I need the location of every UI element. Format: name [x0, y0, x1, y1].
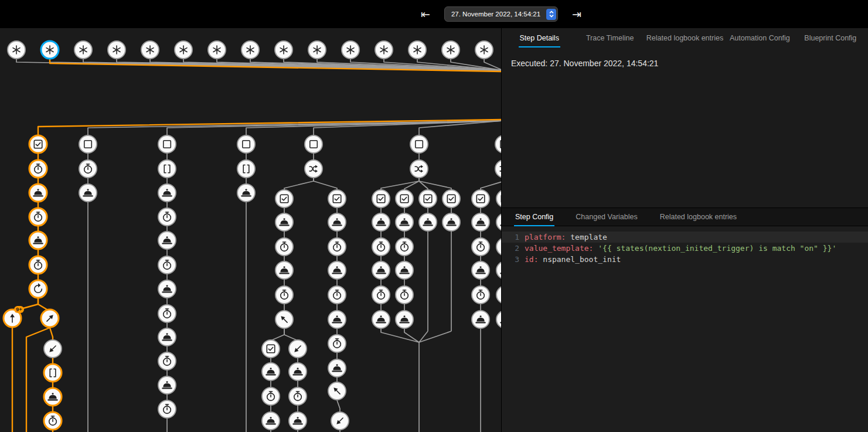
trace-node-bell[interactable]	[472, 261, 489, 279]
trace-node-trigger[interactable]	[375, 41, 393, 59]
trace-node-bell[interactable]	[29, 184, 47, 202]
trace-node-trigger[interactable]	[241, 41, 259, 59]
trace-node-bell[interactable]	[79, 184, 97, 202]
trace-node-arrow-sw[interactable]	[331, 412, 349, 430]
previous-trace-button[interactable]: ⇤	[421, 9, 430, 20]
trace-selector-dropdown[interactable]: 27. November 2022, 14:54:21	[444, 6, 558, 22]
trace-node-square[interactable]	[410, 135, 428, 153]
trace-node-arrow-ne[interactable]	[41, 309, 59, 327]
trace-node-condition[interactable]	[372, 190, 390, 208]
trace-node-condition[interactable]	[29, 135, 47, 153]
trace-node-trigger[interactable]	[475, 41, 493, 59]
trace-node-condition[interactable]	[328, 190, 346, 208]
trace-node-bell[interactable]	[158, 232, 176, 249]
code-line[interactable]: 1platform: template	[502, 232, 868, 243]
tab-config-related-logbook-entries[interactable]: Related logbook entries	[649, 208, 748, 226]
code-line[interactable]: 3id: nspanel_boot_init	[502, 254, 868, 265]
trace-node-stopwatch[interactable]	[44, 412, 62, 430]
trace-node-brackets[interactable]	[237, 160, 255, 178]
trace-node-stopwatch[interactable]	[262, 387, 280, 405]
trace-node-stopwatch[interactable]	[372, 238, 390, 256]
trace-node-bell[interactable]	[419, 213, 437, 231]
trace-node-stopwatch[interactable]	[158, 400, 176, 418]
trace-node-trigger[interactable]	[8, 41, 25, 59]
trace-node-trigger[interactable]	[308, 41, 326, 59]
trace-node-shuffle[interactable]	[495, 160, 501, 178]
tab-trace-timeline[interactable]: Trace Timeline	[574, 28, 645, 48]
tab-step-details[interactable]: Step Details	[504, 28, 574, 48]
trace-node-stopwatch[interactable]	[158, 305, 176, 322]
trace-node-shuffle[interactable]	[410, 160, 428, 178]
trace-node-stopwatch[interactable]	[289, 387, 307, 405]
trace-node-bell[interactable]	[29, 232, 47, 249]
trace-node-stopwatch[interactable]	[472, 286, 489, 304]
trace-node-stopwatch[interactable]	[472, 238, 489, 256]
trace-node-stopwatch[interactable]	[396, 286, 413, 304]
trace-node-trigger[interactable]	[41, 41, 59, 59]
trace-node-arrow-nw[interactable]	[275, 311, 293, 328]
trace-node-stopwatch[interactable]	[328, 335, 346, 352]
trace-node-stopwatch[interactable]	[29, 208, 47, 226]
trace-node-square[interactable]	[158, 135, 176, 153]
trace-node-bell[interactable]	[328, 311, 346, 328]
trace-node-square[interactable]	[305, 135, 322, 153]
trace-node-stopwatch[interactable]	[79, 160, 97, 178]
trace-node-trigger[interactable]	[342, 41, 359, 59]
trace-node-bell[interactable]	[158, 184, 176, 202]
trace-node-bell[interactable]	[496, 261, 501, 279]
trace-node-bell[interactable]	[44, 388, 62, 406]
trace-node-stopwatch[interactable]	[158, 256, 176, 274]
trace-node-brackets[interactable]	[44, 364, 62, 382]
trace-node-stopwatch[interactable]	[328, 286, 346, 304]
trace-node-trigger[interactable]	[108, 41, 125, 59]
trace-node-bell[interactable]	[158, 376, 176, 394]
trace-node-bell[interactable]	[372, 311, 390, 328]
trace-node-stopwatch[interactable]	[396, 238, 413, 256]
trace-node-trigger[interactable]	[175, 41, 192, 59]
trace-node-bell[interactable]	[289, 412, 307, 430]
trace-node-arrow-sw[interactable]	[44, 340, 62, 358]
code-editor[interactable]: 1platform: template2value_template: '{{ …	[502, 226, 868, 432]
next-trace-button[interactable]: ⇥	[572, 9, 581, 20]
trace-node-trigger[interactable]	[141, 41, 159, 59]
tab-related-logbook-entries[interactable]: Related logbook entries	[645, 28, 724, 48]
trace-node-bell[interactable]	[328, 261, 346, 279]
trace-node-bell[interactable]	[275, 261, 293, 279]
trace-node-bell[interactable]	[396, 261, 413, 279]
trace-node-stopwatch[interactable]	[372, 286, 390, 304]
trace-node-bell[interactable]	[237, 184, 255, 202]
trace-node-square[interactable]	[79, 135, 97, 153]
trace-node-trigger[interactable]	[442, 41, 459, 59]
trace-node-condition[interactable]	[472, 190, 489, 208]
trace-node-stopwatch[interactable]	[496, 238, 501, 256]
trace-node-bell[interactable]	[275, 213, 293, 231]
trace-node-stopwatch[interactable]	[158, 208, 176, 226]
trace-node-bell[interactable]	[472, 311, 489, 328]
trace-node-bell[interactable]	[472, 213, 489, 231]
trace-node-bell[interactable]	[372, 213, 390, 231]
trace-node-bell[interactable]	[289, 363, 307, 380]
trace-node-stopwatch[interactable]	[275, 286, 293, 304]
trace-node-square[interactable]	[495, 135, 501, 153]
trace-node-trigger[interactable]	[275, 41, 292, 59]
trace-node-trigger[interactable]	[74, 41, 92, 59]
trace-node-bell[interactable]	[372, 261, 390, 279]
trace-node-bell[interactable]	[262, 363, 280, 380]
trace-node-condition[interactable]	[396, 190, 413, 208]
tab-step-config[interactable]: Step Config	[504, 208, 564, 226]
trace-node-bell[interactable]	[442, 213, 460, 231]
trace-node-bell[interactable]	[496, 213, 501, 231]
trace-node-arrow-up[interactable]: 9+	[4, 306, 24, 327]
tab-changed-variables[interactable]: Changed Variables	[564, 208, 648, 226]
code-line[interactable]: 2value_template: '{{ states(nextion_init…	[502, 243, 868, 254]
trace-node-stopwatch[interactable]	[29, 160, 47, 178]
trace-node-square[interactable]	[237, 135, 255, 153]
trace-node-shuffle[interactable]	[305, 160, 322, 178]
trace-node-condition[interactable]	[262, 340, 280, 358]
trace-node-stopwatch[interactable]	[158, 352, 176, 370]
trace-node-brackets[interactable]	[158, 160, 176, 178]
trace-node-bell[interactable]	[158, 328, 176, 346]
trace-node-bell[interactable]	[396, 213, 413, 231]
trace-node-stopwatch[interactable]	[496, 286, 501, 304]
trace-node-condition[interactable]	[496, 190, 501, 208]
